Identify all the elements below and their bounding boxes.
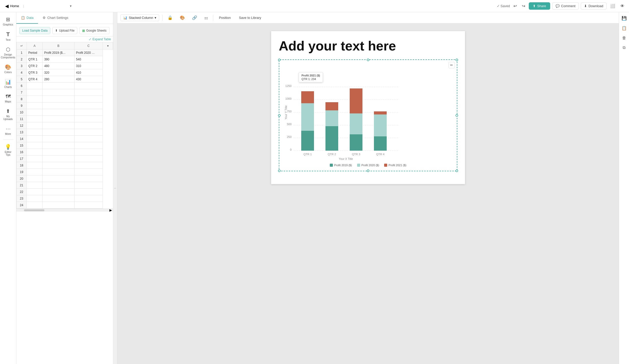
cell-c-2[interactable]: 540: [74, 56, 103, 63]
scrollbar-thumb[interactable]: [24, 209, 44, 211]
sidebar-item-design-components[interactable]: ⬡ DesignComponents: [1, 44, 15, 61]
cell-a-10[interactable]: [27, 109, 43, 116]
chevron-down-icon[interactable]: ▾: [70, 4, 72, 8]
google-sheets-button[interactable]: ▦ Google Sheets: [79, 27, 109, 34]
cell-a-18[interactable]: [27, 162, 43, 169]
handle-mr[interactable]: [456, 114, 458, 117]
cell-b-14[interactable]: [43, 136, 74, 142]
cell-c-4[interactable]: 410: [74, 69, 103, 76]
cell-a-1[interactable]: Period: [27, 49, 43, 56]
cell-a-13[interactable]: [27, 129, 43, 136]
cell-a-24[interactable]: [27, 202, 43, 209]
sidebar-item-graphics[interactable]: ⊞ Graphics: [1, 14, 15, 28]
cell-b-16[interactable]: [43, 149, 74, 155]
redo-button[interactable]: ↪: [520, 2, 527, 10]
undo-button[interactable]: ↩: [512, 2, 518, 10]
handle-tm[interactable]: [367, 59, 369, 61]
cell-a-14[interactable]: [27, 136, 43, 142]
link-icon[interactable]: 🔗: [190, 14, 199, 21]
handle-tl[interactable]: [278, 59, 281, 61]
cell-b-6[interactable]: [43, 83, 74, 89]
cell-b-17[interactable]: [43, 155, 74, 162]
cell-a-12[interactable]: [27, 122, 43, 129]
cell-c-12[interactable]: [74, 122, 103, 129]
cell-c-3[interactable]: 310: [74, 63, 103, 69]
cell-a-19[interactable]: [27, 169, 43, 175]
tab-chart-settings[interactable]: ⚙ Chart Settings: [38, 12, 73, 24]
col-scroll-btn[interactable]: ▾: [103, 42, 113, 49]
cell-a-15[interactable]: [27, 142, 43, 149]
cell-a-21[interactable]: [27, 182, 43, 189]
cell-c-22[interactable]: [74, 189, 103, 195]
sidebar-item-tips[interactable]: 💡 Editor Tips: [1, 142, 15, 158]
handle-bm[interactable]: [367, 170, 369, 172]
cell-c-21[interactable]: [74, 182, 103, 189]
expand-table-button[interactable]: ⤢ Expand Table: [89, 37, 111, 41]
cell-a-6[interactable]: [27, 83, 43, 89]
grid-icon[interactable]: ⚏: [202, 14, 210, 21]
col-header-b[interactable]: B: [43, 42, 74, 49]
cell-b-20[interactable]: [43, 175, 74, 182]
comment-button[interactable]: 💬 Comment: [552, 2, 579, 10]
cell-b-23[interactable]: [43, 195, 74, 202]
col-header-a[interactable]: A: [27, 42, 43, 49]
cell-c-7[interactable]: [74, 89, 103, 96]
cell-c-6[interactable]: [74, 83, 103, 89]
col-header-c[interactable]: C: [74, 42, 103, 49]
horizontal-scrollbar[interactable]: ▶: [16, 209, 113, 212]
cell-a-2[interactable]: QTR 1: [27, 56, 43, 63]
download-button[interactable]: ⬇ Download: [581, 2, 607, 10]
handle-bl[interactable]: [278, 170, 281, 172]
cell-b-5[interactable]: 280: [43, 76, 74, 83]
cell-a-17[interactable]: [27, 155, 43, 162]
cell-c-19[interactable]: [74, 169, 103, 175]
load-sample-button[interactable]: Load Sample Data: [19, 27, 50, 34]
panel-resize-handle[interactable]: ↔: [113, 12, 117, 364]
screen-button[interactable]: ⬜: [609, 2, 617, 10]
cell-c-17[interactable]: [74, 155, 103, 162]
cell-a-11[interactable]: [27, 116, 43, 122]
sidebar-item-text[interactable]: T Text: [1, 29, 15, 43]
cell-c-24[interactable]: [74, 202, 103, 209]
cell-c-20[interactable]: [74, 175, 103, 182]
cell-b-12[interactable]: [43, 122, 74, 129]
cell-c-13[interactable]: [74, 129, 103, 136]
cell-c-18[interactable]: [74, 162, 103, 169]
cell-a-16[interactable]: [27, 149, 43, 155]
home-button[interactable]: ◀ Home: [3, 2, 21, 10]
cell-c-8[interactable]: [74, 96, 103, 102]
cell-b-15[interactable]: [43, 142, 74, 149]
cell-b-10[interactable]: [43, 109, 74, 116]
cell-a-3[interactable]: QTR 2: [27, 63, 43, 69]
sidebar-item-maps[interactable]: 🗺 Maps: [1, 92, 15, 105]
cell-c-9[interactable]: [74, 102, 103, 109]
sidebar-item-more[interactable]: ⋯ More: [1, 124, 15, 137]
position-button[interactable]: Position: [216, 15, 233, 21]
cell-a-7[interactable]: [27, 89, 43, 96]
duplicate-pages-icon-btn[interactable]: ⧉: [621, 44, 627, 51]
cell-b-13[interactable]: [43, 129, 74, 136]
cell-b-9[interactable]: [43, 102, 74, 109]
trash-icon-btn[interactable]: 🗑: [621, 34, 628, 42]
cell-a-5[interactable]: QTR 4: [27, 76, 43, 83]
eye-button[interactable]: 👁: [619, 2, 626, 10]
cell-b-18[interactable]: [43, 162, 74, 169]
cell-b-21[interactable]: [43, 182, 74, 189]
cell-b-22[interactable]: [43, 189, 74, 195]
sidebar-item-uploads[interactable]: ⬆ MyUploads: [1, 106, 15, 123]
page-canvas[interactable]: Add your text here Profit 2021 ($) QTR 1…: [271, 31, 465, 184]
cell-c-5[interactable]: 430: [74, 76, 103, 83]
cell-c-1[interactable]: Profit 2020 …: [74, 49, 103, 56]
handle-tr[interactable]: [456, 59, 458, 61]
sidebar-item-charts[interactable]: 📊 Charts: [1, 77, 15, 90]
chart-type-selector[interactable]: 📊 Stacked Column ▾: [120, 14, 159, 21]
cell-a-22[interactable]: [27, 189, 43, 195]
cell-c-14[interactable]: [74, 136, 103, 142]
lock-icon[interactable]: 🔒: [166, 14, 175, 21]
cell-b-24[interactable]: [43, 202, 74, 209]
palette-icon[interactable]: 🎨: [178, 14, 187, 21]
cell-c-11[interactable]: [74, 116, 103, 122]
cell-b-4[interactable]: 320: [43, 69, 74, 76]
share-button[interactable]: ⬆ Share: [529, 2, 550, 10]
canvas-heading-text[interactable]: Add your text here: [279, 39, 457, 53]
